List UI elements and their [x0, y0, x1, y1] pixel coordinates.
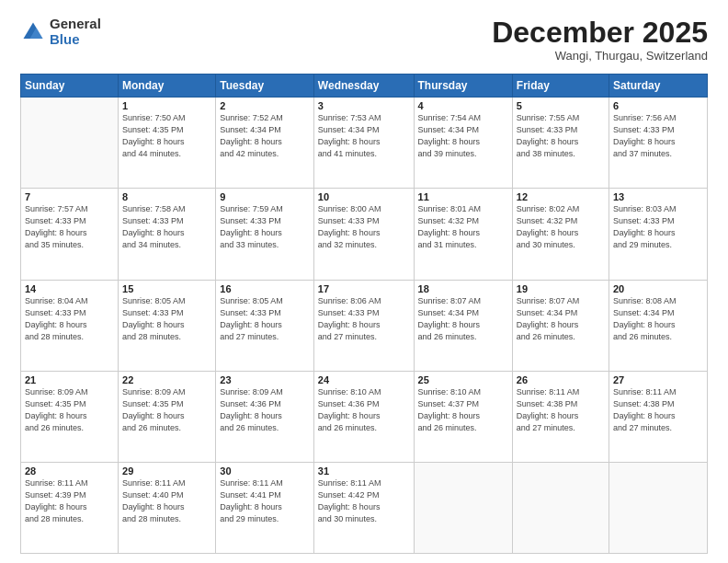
day-info: Sunrise: 8:08 AM Sunset: 4:34 PM Dayligh… [613, 295, 703, 343]
location: Wangi, Thurgau, Switzerland [492, 49, 708, 63]
calendar-cell: 20Sunrise: 8:08 AM Sunset: 4:34 PM Dayli… [609, 280, 708, 371]
day-number: 18 [418, 283, 508, 294]
calendar-cell: 29Sunrise: 8:11 AM Sunset: 4:40 PM Dayli… [119, 462, 216, 553]
calendar-cell: 10Sunrise: 8:00 AM Sunset: 4:33 PM Dayli… [313, 189, 414, 280]
day-number: 14 [25, 283, 114, 294]
calendar-cell: 26Sunrise: 8:11 AM Sunset: 4:38 PM Dayli… [512, 371, 609, 462]
day-number: 2 [220, 100, 310, 111]
day-info: Sunrise: 8:01 AM Sunset: 4:32 PM Dayligh… [418, 203, 508, 251]
day-info: Sunrise: 7:50 AM Sunset: 4:35 PM Dayligh… [122, 112, 211, 160]
calendar-cell: 3Sunrise: 7:53 AM Sunset: 4:34 PM Daylig… [313, 98, 414, 189]
day-number: 24 [318, 374, 410, 385]
day-info: Sunrise: 8:09 AM Sunset: 4:35 PM Dayligh… [25, 386, 114, 434]
day-info: Sunrise: 8:09 AM Sunset: 4:36 PM Dayligh… [220, 386, 310, 434]
calendar-header-monday: Monday [119, 75, 216, 98]
calendar-cell: 12Sunrise: 8:02 AM Sunset: 4:32 PM Dayli… [512, 189, 609, 280]
day-number: 7 [25, 191, 114, 202]
calendar-cell: 18Sunrise: 8:07 AM Sunset: 4:34 PM Dayli… [414, 280, 512, 371]
day-number: 27 [613, 374, 703, 385]
day-info: Sunrise: 7:53 AM Sunset: 4:34 PM Dayligh… [318, 112, 410, 160]
day-info: Sunrise: 8:04 AM Sunset: 4:33 PM Dayligh… [25, 295, 114, 343]
header: General Blue December 2025 Wangi, Thurga… [20, 17, 708, 63]
calendar-cell [21, 98, 119, 189]
calendar-cell: 19Sunrise: 8:07 AM Sunset: 4:34 PM Dayli… [512, 280, 609, 371]
day-info: Sunrise: 8:11 AM Sunset: 4:41 PM Dayligh… [220, 477, 310, 525]
day-info: Sunrise: 8:11 AM Sunset: 4:40 PM Dayligh… [122, 477, 211, 525]
calendar-cell: 28Sunrise: 8:11 AM Sunset: 4:39 PM Dayli… [21, 462, 119, 553]
day-number: 3 [318, 100, 410, 111]
day-number: 31 [318, 465, 410, 477]
day-number: 11 [418, 191, 508, 202]
calendar-cell: 27Sunrise: 8:11 AM Sunset: 4:38 PM Dayli… [609, 371, 708, 462]
day-info: Sunrise: 8:10 AM Sunset: 4:37 PM Dayligh… [418, 386, 508, 434]
day-number: 29 [122, 465, 211, 477]
calendar-cell: 21Sunrise: 8:09 AM Sunset: 4:35 PM Dayli… [21, 371, 119, 462]
day-number: 20 [613, 283, 703, 294]
day-number: 4 [418, 100, 508, 111]
calendar-cell: 31Sunrise: 8:11 AM Sunset: 4:42 PM Dayli… [313, 462, 414, 553]
calendar-cell: 24Sunrise: 8:10 AM Sunset: 4:36 PM Dayli… [313, 371, 414, 462]
day-number: 19 [517, 283, 605, 294]
calendar-cell: 5Sunrise: 7:55 AM Sunset: 4:33 PM Daylig… [512, 98, 609, 189]
day-number: 23 [220, 374, 310, 385]
calendar-header-friday: Friday [512, 75, 609, 98]
day-number: 25 [418, 374, 508, 385]
day-info: Sunrise: 8:03 AM Sunset: 4:33 PM Dayligh… [613, 203, 703, 251]
day-info: Sunrise: 8:07 AM Sunset: 4:34 PM Dayligh… [517, 295, 605, 343]
calendar-header-row: SundayMondayTuesdayWednesdayThursdayFrid… [21, 75, 708, 98]
day-info: Sunrise: 7:59 AM Sunset: 4:33 PM Dayligh… [220, 203, 310, 251]
calendar-cell: 4Sunrise: 7:54 AM Sunset: 4:34 PM Daylig… [414, 98, 512, 189]
calendar-cell: 6Sunrise: 7:56 AM Sunset: 4:33 PM Daylig… [609, 98, 708, 189]
calendar-header-wednesday: Wednesday [313, 75, 414, 98]
day-number: 9 [220, 191, 310, 202]
day-number: 1 [122, 100, 211, 111]
day-info: Sunrise: 7:58 AM Sunset: 4:33 PM Dayligh… [122, 203, 211, 251]
day-info: Sunrise: 8:11 AM Sunset: 4:39 PM Dayligh… [25, 477, 114, 525]
day-info: Sunrise: 8:05 AM Sunset: 4:33 PM Dayligh… [220, 295, 310, 343]
day-number: 10 [318, 191, 410, 202]
day-info: Sunrise: 7:55 AM Sunset: 4:33 PM Dayligh… [517, 112, 605, 160]
calendar-week-row: 1Sunrise: 7:50 AM Sunset: 4:35 PM Daylig… [21, 98, 708, 189]
calendar-cell: 25Sunrise: 8:10 AM Sunset: 4:37 PM Dayli… [414, 371, 512, 462]
logo-general-text: General [50, 17, 101, 32]
calendar-week-row: 28Sunrise: 8:11 AM Sunset: 4:39 PM Dayli… [21, 462, 708, 553]
calendar-cell: 16Sunrise: 8:05 AM Sunset: 4:33 PM Dayli… [216, 280, 314, 371]
calendar-cell: 30Sunrise: 8:11 AM Sunset: 4:41 PM Dayli… [216, 462, 314, 553]
day-info: Sunrise: 8:07 AM Sunset: 4:34 PM Dayligh… [418, 295, 508, 343]
calendar-cell: 7Sunrise: 7:57 AM Sunset: 4:33 PM Daylig… [21, 189, 119, 280]
day-number: 8 [122, 191, 211, 202]
calendar-cell: 17Sunrise: 8:06 AM Sunset: 4:33 PM Dayli… [313, 280, 414, 371]
day-info: Sunrise: 8:11 AM Sunset: 4:38 PM Dayligh… [613, 386, 703, 434]
day-info: Sunrise: 7:54 AM Sunset: 4:34 PM Dayligh… [418, 112, 508, 160]
month-title: December 2025 [492, 17, 708, 49]
day-number: 15 [122, 283, 211, 294]
calendar-cell: 9Sunrise: 7:59 AM Sunset: 4:33 PM Daylig… [216, 189, 314, 280]
day-number: 22 [122, 374, 211, 385]
page: General Blue December 2025 Wangi, Thurga… [0, 0, 728, 563]
day-number: 13 [613, 191, 703, 202]
day-number: 6 [613, 100, 703, 111]
day-info: Sunrise: 8:11 AM Sunset: 4:38 PM Dayligh… [517, 386, 605, 434]
title-block: December 2025 Wangi, Thurgau, Switzerlan… [492, 17, 708, 63]
day-number: 30 [220, 465, 310, 477]
day-info: Sunrise: 7:56 AM Sunset: 4:33 PM Dayligh… [613, 112, 703, 160]
calendar-header-sunday: Sunday [21, 75, 119, 98]
day-number: 26 [517, 374, 605, 385]
calendar-cell: 23Sunrise: 8:09 AM Sunset: 4:36 PM Dayli… [216, 371, 314, 462]
calendar-week-row: 21Sunrise: 8:09 AM Sunset: 4:35 PM Dayli… [21, 371, 708, 462]
logo-blue-text: Blue [50, 32, 101, 48]
day-info: Sunrise: 8:00 AM Sunset: 4:33 PM Dayligh… [318, 203, 410, 251]
calendar-cell: 15Sunrise: 8:05 AM Sunset: 4:33 PM Dayli… [119, 280, 216, 371]
day-info: Sunrise: 7:57 AM Sunset: 4:33 PM Dayligh… [25, 203, 114, 251]
day-number: 21 [25, 374, 114, 385]
calendar-cell [609, 462, 708, 553]
day-info: Sunrise: 8:09 AM Sunset: 4:35 PM Dayligh… [122, 386, 211, 434]
day-info: Sunrise: 8:02 AM Sunset: 4:32 PM Dayligh… [517, 203, 605, 251]
calendar-cell: 1Sunrise: 7:50 AM Sunset: 4:35 PM Daylig… [119, 98, 216, 189]
calendar-header-saturday: Saturday [609, 75, 708, 98]
logo-text: General Blue [50, 17, 101, 47]
day-info: Sunrise: 7:52 AM Sunset: 4:34 PM Dayligh… [220, 112, 310, 160]
day-number: 12 [517, 191, 605, 202]
logo-icon [20, 19, 46, 45]
calendar-cell: 14Sunrise: 8:04 AM Sunset: 4:33 PM Dayli… [21, 280, 119, 371]
